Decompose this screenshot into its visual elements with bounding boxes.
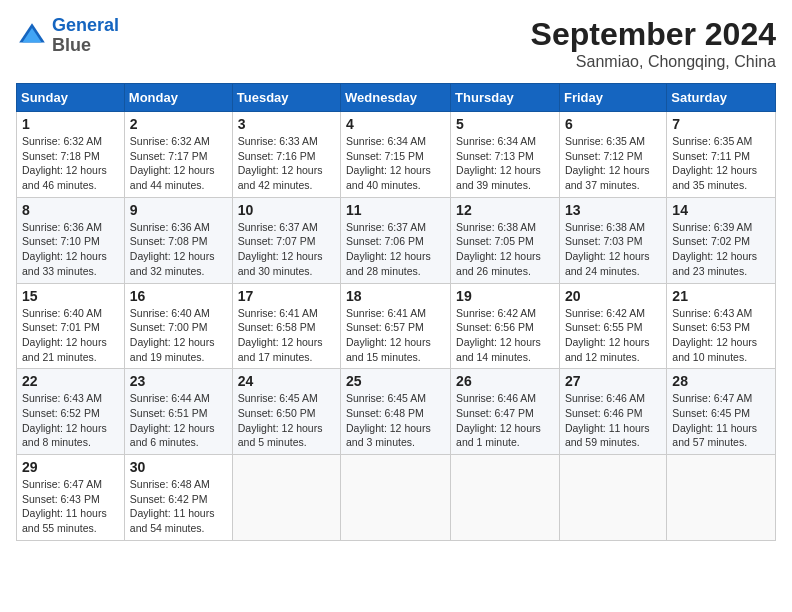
day-info: Sunrise: 6:48 AMSunset: 6:42 PMDaylight:… [130,477,227,536]
day-info: Sunrise: 6:45 AMSunset: 6:48 PMDaylight:… [346,391,445,450]
day-number: 26 [456,373,554,389]
day-info: Sunrise: 6:33 AMSunset: 7:16 PMDaylight:… [238,134,335,193]
day-info: Sunrise: 6:32 AMSunset: 7:18 PMDaylight:… [22,134,119,193]
day-number: 15 [22,288,119,304]
calendar-cell [232,455,340,541]
calendar-cell: 27Sunrise: 6:46 AMSunset: 6:46 PMDayligh… [559,369,666,455]
day-number: 21 [672,288,770,304]
calendar-cell: 26Sunrise: 6:46 AMSunset: 6:47 PMDayligh… [451,369,560,455]
day-number: 12 [456,202,554,218]
day-number: 16 [130,288,227,304]
logo: General Blue [16,16,119,56]
calendar-cell: 22Sunrise: 6:43 AMSunset: 6:52 PMDayligh… [17,369,125,455]
calendar-cell: 1Sunrise: 6:32 AMSunset: 7:18 PMDaylight… [17,112,125,198]
calendar-cell: 29Sunrise: 6:47 AMSunset: 6:43 PMDayligh… [17,455,125,541]
day-number: 4 [346,116,445,132]
day-number: 6 [565,116,661,132]
day-number: 28 [672,373,770,389]
weekday-header-thursday: Thursday [451,84,560,112]
calendar-cell: 4Sunrise: 6:34 AMSunset: 7:15 PMDaylight… [341,112,451,198]
calendar-cell: 10Sunrise: 6:37 AMSunset: 7:07 PMDayligh… [232,197,340,283]
day-info: Sunrise: 6:47 AMSunset: 6:43 PMDaylight:… [22,477,119,536]
day-number: 8 [22,202,119,218]
day-info: Sunrise: 6:41 AMSunset: 6:57 PMDaylight:… [346,306,445,365]
day-number: 20 [565,288,661,304]
day-info: Sunrise: 6:43 AMSunset: 6:53 PMDaylight:… [672,306,770,365]
day-info: Sunrise: 6:40 AMSunset: 7:01 PMDaylight:… [22,306,119,365]
day-number: 7 [672,116,770,132]
page-header: General Blue September 2024 Sanmiao, Cho… [16,16,776,71]
calendar-cell [667,455,776,541]
calendar-cell: 17Sunrise: 6:41 AMSunset: 6:58 PMDayligh… [232,283,340,369]
calendar-cell: 18Sunrise: 6:41 AMSunset: 6:57 PMDayligh… [341,283,451,369]
calendar-cell: 16Sunrise: 6:40 AMSunset: 7:00 PMDayligh… [124,283,232,369]
day-number: 24 [238,373,335,389]
day-info: Sunrise: 6:47 AMSunset: 6:45 PMDaylight:… [672,391,770,450]
calendar-cell [451,455,560,541]
day-number: 5 [456,116,554,132]
day-info: Sunrise: 6:44 AMSunset: 6:51 PMDaylight:… [130,391,227,450]
title-block: September 2024 Sanmiao, Chongqing, China [531,16,776,71]
day-number: 11 [346,202,445,218]
calendar-cell: 6Sunrise: 6:35 AMSunset: 7:12 PMDaylight… [559,112,666,198]
day-info: Sunrise: 6:35 AMSunset: 7:11 PMDaylight:… [672,134,770,193]
day-number: 3 [238,116,335,132]
day-info: Sunrise: 6:39 AMSunset: 7:02 PMDaylight:… [672,220,770,279]
day-info: Sunrise: 6:40 AMSunset: 7:00 PMDaylight:… [130,306,227,365]
day-number: 10 [238,202,335,218]
calendar-header-row: SundayMondayTuesdayWednesdayThursdayFrid… [17,84,776,112]
day-info: Sunrise: 6:38 AMSunset: 7:03 PMDaylight:… [565,220,661,279]
calendar-cell: 23Sunrise: 6:44 AMSunset: 6:51 PMDayligh… [124,369,232,455]
day-info: Sunrise: 6:42 AMSunset: 6:55 PMDaylight:… [565,306,661,365]
calendar-cell: 15Sunrise: 6:40 AMSunset: 7:01 PMDayligh… [17,283,125,369]
calendar-cell: 7Sunrise: 6:35 AMSunset: 7:11 PMDaylight… [667,112,776,198]
day-number: 14 [672,202,770,218]
calendar-cell [559,455,666,541]
day-number: 13 [565,202,661,218]
day-number: 30 [130,459,227,475]
calendar-cell: 30Sunrise: 6:48 AMSunset: 6:42 PMDayligh… [124,455,232,541]
calendar-cell: 5Sunrise: 6:34 AMSunset: 7:13 PMDaylight… [451,112,560,198]
calendar-cell: 8Sunrise: 6:36 AMSunset: 7:10 PMDaylight… [17,197,125,283]
calendar-cell: 21Sunrise: 6:43 AMSunset: 6:53 PMDayligh… [667,283,776,369]
day-number: 19 [456,288,554,304]
day-info: Sunrise: 6:43 AMSunset: 6:52 PMDaylight:… [22,391,119,450]
day-number: 22 [22,373,119,389]
calendar-week-4: 22Sunrise: 6:43 AMSunset: 6:52 PMDayligh… [17,369,776,455]
calendar-cell: 28Sunrise: 6:47 AMSunset: 6:45 PMDayligh… [667,369,776,455]
day-number: 29 [22,459,119,475]
day-info: Sunrise: 6:32 AMSunset: 7:17 PMDaylight:… [130,134,227,193]
weekday-header-monday: Monday [124,84,232,112]
calendar-cell: 3Sunrise: 6:33 AMSunset: 7:16 PMDaylight… [232,112,340,198]
day-number: 2 [130,116,227,132]
calendar-week-3: 15Sunrise: 6:40 AMSunset: 7:01 PMDayligh… [17,283,776,369]
location-subtitle: Sanmiao, Chongqing, China [531,53,776,71]
calendar-cell: 13Sunrise: 6:38 AMSunset: 7:03 PMDayligh… [559,197,666,283]
day-info: Sunrise: 6:37 AMSunset: 7:07 PMDaylight:… [238,220,335,279]
day-number: 17 [238,288,335,304]
day-info: Sunrise: 6:45 AMSunset: 6:50 PMDaylight:… [238,391,335,450]
calendar-cell: 2Sunrise: 6:32 AMSunset: 7:17 PMDaylight… [124,112,232,198]
day-info: Sunrise: 6:37 AMSunset: 7:06 PMDaylight:… [346,220,445,279]
day-number: 27 [565,373,661,389]
calendar-cell: 24Sunrise: 6:45 AMSunset: 6:50 PMDayligh… [232,369,340,455]
day-number: 1 [22,116,119,132]
day-info: Sunrise: 6:41 AMSunset: 6:58 PMDaylight:… [238,306,335,365]
calendar-table: SundayMondayTuesdayWednesdayThursdayFrid… [16,83,776,541]
calendar-cell: 9Sunrise: 6:36 AMSunset: 7:08 PMDaylight… [124,197,232,283]
weekday-header-saturday: Saturday [667,84,776,112]
weekday-header-wednesday: Wednesday [341,84,451,112]
calendar-cell: 11Sunrise: 6:37 AMSunset: 7:06 PMDayligh… [341,197,451,283]
logo-text: General Blue [52,16,119,56]
calendar-cell: 19Sunrise: 6:42 AMSunset: 6:56 PMDayligh… [451,283,560,369]
day-number: 18 [346,288,445,304]
calendar-cell: 12Sunrise: 6:38 AMSunset: 7:05 PMDayligh… [451,197,560,283]
day-info: Sunrise: 6:42 AMSunset: 6:56 PMDaylight:… [456,306,554,365]
day-info: Sunrise: 6:46 AMSunset: 6:47 PMDaylight:… [456,391,554,450]
day-info: Sunrise: 6:36 AMSunset: 7:08 PMDaylight:… [130,220,227,279]
day-info: Sunrise: 6:38 AMSunset: 7:05 PMDaylight:… [456,220,554,279]
day-info: Sunrise: 6:36 AMSunset: 7:10 PMDaylight:… [22,220,119,279]
calendar-week-5: 29Sunrise: 6:47 AMSunset: 6:43 PMDayligh… [17,455,776,541]
month-title: September 2024 [531,16,776,53]
day-info: Sunrise: 6:34 AMSunset: 7:13 PMDaylight:… [456,134,554,193]
